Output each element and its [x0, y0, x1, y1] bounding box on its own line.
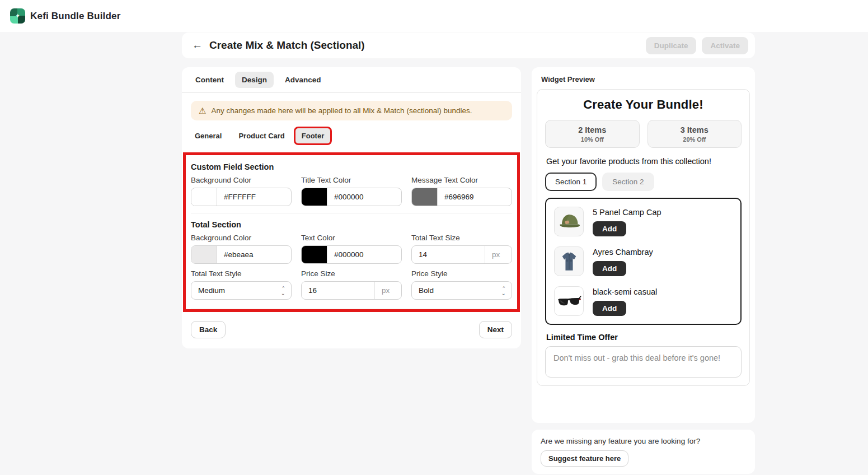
add-button[interactable]: Add	[593, 301, 626, 316]
product-name: Ayres Chambray	[593, 248, 653, 257]
product-name: 5 Panel Camp Cap	[593, 208, 661, 217]
field-label: Total Text Size	[411, 234, 512, 242]
field-total-text-size: Total Text Size 14 px	[411, 234, 512, 264]
section-tabs: Section 1 Section 2	[545, 173, 742, 191]
subtab-general[interactable]: General	[189, 128, 228, 143]
page-header: ← Create Mix & Match (Sectional) Duplica…	[182, 32, 755, 58]
field-cfs-title-text-color: Title Text Color #000000	[301, 176, 402, 206]
color-input[interactable]: #000000	[301, 188, 402, 206]
size-input[interactable]: 16 px	[301, 281, 402, 300]
field-cfs-background-color: Background Color #FFFFFF	[191, 176, 292, 206]
custom-field-section-title: Custom Field Section	[191, 162, 512, 171]
top-bar: Kefi Bundle Builder	[0, 0, 868, 32]
section-1-tab[interactable]: Section 1	[545, 173, 597, 191]
color-value[interactable]: #FFFFFF	[217, 193, 291, 201]
product-row: black-semi casual Add	[554, 286, 733, 316]
offer-message-box[interactable]: Don't miss out - grab this deal before i…	[545, 346, 742, 378]
px-unit-label: px	[374, 282, 401, 299]
tab-advanced[interactable]: Advanced	[278, 72, 328, 88]
color-input[interactable]: #FFFFFF	[191, 188, 292, 206]
next-button[interactable]: Next	[479, 321, 512, 338]
field-total-text-color: Text Color #000000	[301, 234, 402, 264]
field-label: Message Text Color	[411, 176, 512, 184]
product-name: black-semi casual	[593, 287, 657, 296]
field-label: Price Style	[411, 269, 512, 278]
size-value[interactable]: 16	[302, 286, 374, 295]
color-value[interactable]: #696969	[438, 193, 512, 201]
field-label: Text Color	[301, 234, 402, 242]
widget-preview-panel: Widget Preview Create Your Bundle! 2 Ite…	[532, 67, 755, 423]
warning-text: Any changes made here will be applied to…	[211, 106, 472, 115]
field-price-style: Price Style Bold ⌃⌃	[411, 269, 512, 300]
tier-discount-label: 10% Off	[546, 136, 639, 143]
section-2-tab[interactable]: Section 2	[602, 173, 654, 191]
select-value: Bold	[412, 286, 501, 295]
divider	[191, 213, 512, 213]
duplicate-button[interactable]: Duplicate	[646, 37, 697, 54]
field-label: Background Color	[191, 234, 292, 242]
tier-2-items[interactable]: 2 Items 10% Off	[545, 120, 640, 148]
color-value[interactable]: #ebeaea	[217, 250, 291, 259]
tab-design[interactable]: Design	[235, 72, 274, 88]
color-input[interactable]: #696969	[411, 188, 512, 206]
size-value[interactable]: 14	[412, 250, 485, 259]
subtab-footer[interactable]: Footer	[295, 128, 330, 143]
color-swatch[interactable]	[302, 246, 327, 263]
color-swatch[interactable]	[191, 188, 217, 206]
main-tabs: Content Design Advanced	[182, 67, 521, 93]
shirt-image	[554, 246, 584, 276]
color-swatch[interactable]	[302, 188, 327, 206]
field-label: Background Color	[191, 176, 292, 184]
feature-question: Are we missing any feature you are looki…	[541, 437, 746, 445]
widget-preview-card: Create Your Bundle! 2 Items 10% Off 3 It…	[537, 89, 750, 386]
add-button[interactable]: Add	[593, 261, 626, 276]
widget-preview-label: Widget Preview	[541, 75, 750, 83]
color-swatch[interactable]	[412, 188, 438, 206]
bundle-title: Create Your Bundle!	[545, 97, 742, 112]
size-input[interactable]: 14 px	[411, 245, 512, 264]
product-list: 5 Panel Camp Cap Add Ayres Chambray	[545, 198, 742, 325]
app-title: Kefi Bundle Builder	[30, 11, 121, 22]
field-label: Title Text Color	[301, 176, 402, 184]
product-row: 5 Panel Camp Cap Add	[554, 207, 733, 236]
tier-discount-label: 20% Off	[648, 136, 742, 143]
back-arrow-icon[interactable]: ←	[192, 39, 203, 52]
tier-3-items[interactable]: 3 Items 20% Off	[648, 120, 742, 148]
page-title: Create Mix & Match (Sectional)	[209, 39, 365, 52]
color-value[interactable]: #000000	[327, 250, 401, 259]
total-text-style-select[interactable]: Medium ⌃⌃	[191, 281, 292, 300]
color-input[interactable]: #000000	[301, 245, 402, 264]
chevron-updown-icon: ⌃⌃	[501, 287, 506, 294]
annotation-highlight-box: Custom Field Section Background Color #F…	[183, 152, 520, 312]
design-subtabs: General Product Card Footer	[182, 123, 521, 148]
field-total-background-color: Background Color #ebeaea	[191, 234, 292, 264]
tier-items-label: 2 Items	[546, 125, 639, 134]
warning-triangle-icon: ⚠	[199, 106, 206, 115]
add-button[interactable]: Add	[593, 221, 626, 236]
px-unit-label: px	[485, 246, 512, 263]
field-cfs-message-text-color: Message Text Color #696969	[411, 176, 512, 206]
sunglasses-image	[554, 286, 584, 316]
field-total-text-style: Total Text Style Medium ⌃⌃	[191, 269, 292, 300]
color-input[interactable]: #ebeaea	[191, 245, 292, 264]
activate-button[interactable]: Activate	[702, 37, 748, 54]
wizard-navigation: Back Next	[182, 312, 521, 347]
field-price-size: Price Size 16 px	[301, 269, 402, 300]
tab-content[interactable]: Content	[189, 72, 231, 88]
field-label: Price Size	[301, 269, 402, 278]
feature-suggestion-card: Are we missing any feature you are looki…	[532, 430, 755, 474]
divider	[191, 309, 512, 309]
warning-banner: ⚠ Any changes made here will be applied …	[191, 101, 512, 120]
total-section-title: Total Section	[191, 220, 512, 229]
chevron-updown-icon: ⌃⌃	[281, 287, 285, 294]
suggest-feature-button[interactable]: Suggest feature here	[541, 450, 628, 467]
limited-time-offer-label: Limited Time Offer	[546, 333, 742, 342]
back-button[interactable]: Back	[191, 321, 226, 338]
price-style-select[interactable]: Bold ⌃⌃	[411, 281, 512, 300]
cap-image	[554, 207, 584, 236]
settings-card: Content Design Advanced ⚠ Any changes ma…	[182, 67, 521, 348]
subtab-product-card[interactable]: Product Card	[232, 128, 290, 143]
color-value[interactable]: #000000	[327, 193, 401, 201]
color-swatch[interactable]	[191, 246, 217, 263]
select-value: Medium	[191, 286, 281, 295]
